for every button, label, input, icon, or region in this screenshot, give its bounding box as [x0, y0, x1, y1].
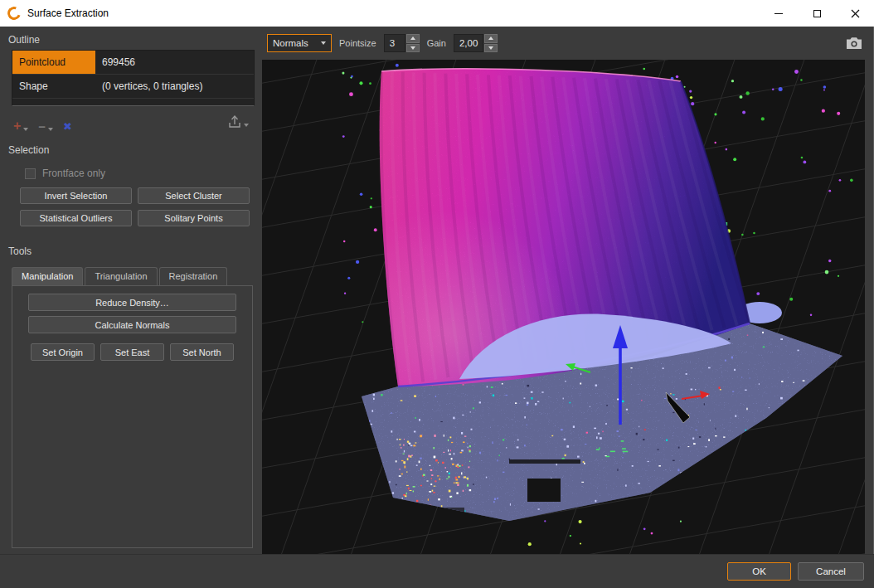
render-mode-value: Normals	[273, 38, 308, 48]
chevron-down-icon	[48, 128, 53, 131]
tools-section-label: Tools	[8, 245, 262, 257]
chevron-down-icon	[23, 128, 28, 131]
origin-buttons-row: Set Origin Set East Set North	[12, 343, 252, 361]
outline-row-name: Shape	[12, 75, 95, 98]
surface-extraction-dialog: Surface Extraction Outline Pointcloud	[0, 0, 874, 588]
delete-x-icon: ✖	[63, 120, 72, 133]
outline-row-name: Pointcloud	[12, 51, 95, 74]
pointsize-decrement-button[interactable]	[406, 44, 420, 53]
pointsize-stepper: 3	[384, 34, 420, 52]
outline-toolbar: + − ✖	[13, 116, 250, 133]
import-shape-button[interactable]	[228, 114, 249, 129]
outline-row-shape[interactable]: Shape (0 vertices, 0 triangles)	[12, 75, 254, 99]
pointsize-value[interactable]: 3	[384, 34, 405, 52]
calculate-normals-button[interactable]: Calculate Normals	[28, 316, 236, 333]
gain-increment-button[interactable]	[484, 34, 498, 43]
invert-selection-button[interactable]: Invert Selection	[20, 187, 132, 204]
minimize-icon	[774, 13, 783, 14]
selection-buttons: Invert Selection Select Cluster Statisti…	[20, 187, 250, 226]
chevron-down-icon	[244, 124, 249, 127]
frontface-only-option: Frontface only	[25, 168, 262, 179]
tab-registration[interactable]: Registration	[159, 267, 228, 285]
titlebar: Surface Extraction	[0, 0, 874, 27]
plus-icon: +	[13, 119, 21, 133]
screenshot-button[interactable]	[846, 36, 862, 50]
tab-triangulation[interactable]: Triangulation	[85, 267, 157, 285]
pointsize-label: Pointsize	[339, 38, 376, 48]
maximize-icon	[813, 10, 821, 17]
import-arrow-icon	[228, 114, 241, 129]
solitary-points-button[interactable]: Solitary Points	[138, 210, 250, 226]
add-pointcloud-button[interactable]: +	[13, 119, 38, 133]
chevron-down-icon	[410, 46, 415, 50]
set-north-button[interactable]: Set North	[170, 343, 234, 361]
cancel-button[interactable]: Cancel	[798, 562, 864, 581]
outline-section-label: Outline	[8, 34, 262, 46]
set-origin-button[interactable]: Set Origin	[31, 343, 95, 361]
manipulation-tab-panel: Reduce Density… Calculate Normals Set Or…	[12, 285, 253, 548]
pointsize-increment-button[interactable]	[406, 34, 420, 43]
pointcloud-render	[262, 60, 865, 554]
render-mode-select[interactable]: Normals	[267, 34, 332, 52]
frontface-only-label: Frontface only	[42, 168, 105, 179]
3d-viewport[interactable]	[262, 60, 865, 554]
remove-pointcloud-button[interactable]: −	[38, 120, 63, 133]
dialog-footer: OK Cancel	[0, 554, 874, 588]
viewport-toolbar: Normals Pointsize 3 Gain 2,00	[262, 27, 874, 60]
app-logo-icon	[5, 4, 22, 22]
outline-row-pointcloud[interactable]: Pointcloud 699456	[12, 51, 254, 75]
viewport-panel: Normals Pointsize 3 Gain 2,00	[262, 27, 874, 554]
chevron-up-icon	[410, 36, 415, 40]
tools-tabbar: Manipulation Triangulation Registration	[12, 267, 262, 285]
minus-icon: −	[38, 120, 46, 133]
outline-row-value: (0 vertices, 0 triangles)	[95, 75, 254, 98]
gain-label: Gain	[427, 38, 446, 48]
maximize-button[interactable]	[798, 0, 836, 27]
tab-manipulation[interactable]: Manipulation	[12, 267, 83, 285]
gain-decrement-button[interactable]	[484, 44, 498, 53]
chevron-down-icon	[488, 46, 493, 50]
outline-table-spacer	[12, 99, 254, 105]
selection-section-label: Selection	[8, 144, 262, 156]
select-cluster-button[interactable]: Select Cluster	[138, 187, 250, 204]
frontface-only-checkbox[interactable]	[25, 168, 36, 179]
statistical-outliers-button[interactable]: Statistical Outliers	[20, 210, 132, 226]
window-controls	[760, 0, 874, 27]
close-icon	[851, 9, 860, 18]
delete-button[interactable]: ✖	[63, 120, 72, 133]
close-button[interactable]	[836, 0, 874, 27]
set-east-button[interactable]: Set East	[100, 343, 164, 361]
gain-value[interactable]: 2,00	[454, 34, 483, 52]
side-panel: Outline Pointcloud 699456 Shape (0 verti…	[0, 27, 262, 554]
minimize-button[interactable]	[760, 0, 798, 27]
ok-button[interactable]: OK	[727, 562, 791, 581]
camera-icon	[846, 36, 862, 50]
outline-table: Pointcloud 699456 Shape (0 vertices, 0 t…	[12, 50, 255, 106]
chevron-up-icon	[488, 36, 493, 40]
outline-row-value: 699456	[95, 51, 254, 74]
gain-stepper: 2,00	[454, 34, 498, 52]
window-title: Surface Extraction	[27, 7, 109, 19]
chevron-down-icon	[321, 41, 326, 45]
reduce-density-button[interactable]: Reduce Density…	[28, 294, 236, 311]
